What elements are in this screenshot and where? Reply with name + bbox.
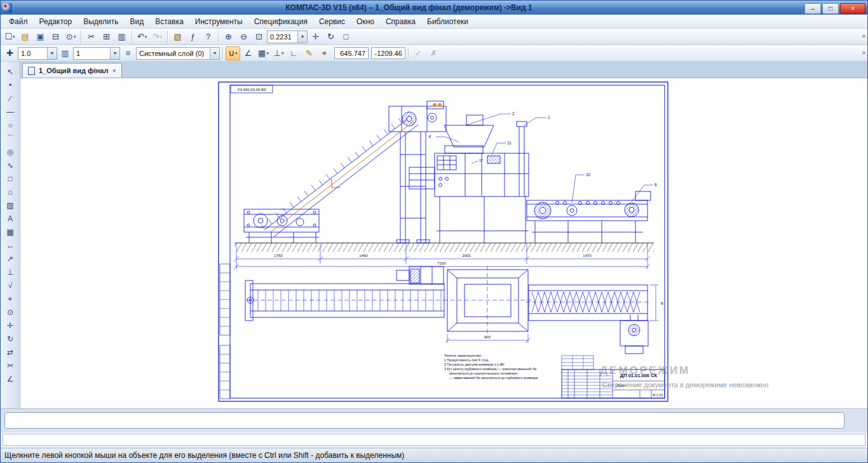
line-style-combo[interactable]: 1▾	[73, 47, 120, 60]
toolbar-separator	[132, 31, 132, 43]
dimension-tool-button[interactable]: ↔	[3, 239, 18, 252]
toolbar-overflow-button[interactable]: »	[862, 32, 865, 39]
ground-hatch	[234, 243, 654, 252]
menu-help[interactable]: Справка	[380, 16, 421, 27]
close-button[interactable]: ×	[840, 3, 865, 14]
document-tab[interactable]: 1_Общий вид фінал ×	[22, 63, 122, 78]
svg-text:4: 4	[428, 134, 431, 139]
pan-button[interactable]: ✛	[308, 30, 323, 44]
tab-close-icon[interactable]: ×	[112, 67, 116, 74]
print-button[interactable]: ⊟	[48, 30, 63, 44]
fit-all-button[interactable]: □	[339, 30, 353, 44]
abort-command-button[interactable]: ✗	[426, 46, 441, 60]
menu-insert[interactable]: Вставка	[149, 16, 189, 27]
sheet-state-button[interactable]: ▥	[58, 46, 72, 60]
coordinate-y-field[interactable]: -1209.46	[371, 47, 405, 59]
menu-view[interactable]: Вид	[125, 16, 150, 27]
menu-libraries[interactable]: Библиотеки	[421, 16, 474, 27]
arc-tool-button[interactable]: ⌒	[3, 132, 18, 145]
menu-tools[interactable]: Инструменты	[189, 16, 248, 27]
polygon-tool-button[interactable]: ⌂	[3, 186, 18, 198]
rectangle-tool-button[interactable]: □	[3, 172, 18, 185]
measure-tool-button[interactable]: ∠	[3, 373, 18, 385]
layer-combo[interactable]: Системный слой (0)▾	[136, 47, 220, 60]
app-logo-icon	[3, 3, 12, 13]
restore-button[interactable]: □	[822, 3, 839, 14]
datum-tool-button[interactable]: ⊥	[3, 266, 18, 279]
hatch-tool-button[interactable]: ▨	[3, 199, 18, 212]
snaps-button[interactable]: ∪▾	[226, 46, 240, 60]
menu-file[interactable]: Файл	[3, 16, 34, 27]
property-bar-input[interactable]	[4, 412, 844, 429]
create-object-button[interactable]: ✓	[411, 46, 426, 60]
undo-button[interactable]: ↶▾	[135, 30, 149, 44]
roughness-tool-button[interactable]: √	[3, 279, 18, 292]
local-csys-button[interactable]: ⊥▾	[271, 46, 286, 60]
titleblock-scale: М 1:10	[653, 393, 663, 397]
segment-tool-button[interactable]: —	[3, 106, 18, 118]
rotate-tool-button[interactable]: ↻	[3, 333, 18, 345]
coordinate-x-field[interactable]: 645.747	[334, 47, 369, 59]
menu-window[interactable]: Окно	[351, 16, 380, 27]
paste-button[interactable]: ▥	[114, 30, 129, 44]
toolbar-separator	[222, 47, 223, 60]
sheet-frame	[219, 82, 668, 401]
chevron-down-icon[interactable]: ▾	[47, 48, 57, 59]
svg-text:3 Кут нахилу підйомного конвеє: 3 Кут нахилу підйомного конвеєра — транс…	[444, 367, 537, 371]
circle-tool-button[interactable]: ○	[3, 119, 18, 132]
menu-bar: Файл Редактор Выделить Вид Вставка Инстр…	[1, 15, 867, 29]
redo-button[interactable]: ↷▾	[150, 30, 165, 44]
auto-create-button[interactable]: ✎	[302, 46, 316, 60]
select-tool-button[interactable]: ↖	[3, 66, 18, 78]
menu-specification[interactable]: Спецификация	[248, 16, 313, 27]
zoom-tool-button[interactable]: ⊙	[3, 306, 18, 319]
toolbar-separator	[167, 31, 168, 43]
zoom-area-button[interactable]: ⊡	[252, 30, 266, 44]
mirror-tool-button[interactable]: ⇄	[3, 346, 18, 359]
current-step-combo[interactable]: 1.0▾	[18, 47, 57, 60]
text-tool-button[interactable]: A	[3, 212, 18, 225]
zoom-in-button[interactable]: ⊕	[221, 30, 236, 44]
grid-button[interactable]: ▦▾	[256, 46, 271, 60]
zoom-out-button[interactable]: ⊖	[236, 30, 251, 44]
minimize-button[interactable]: –	[804, 3, 821, 14]
menu-select[interactable]: Выделить	[78, 16, 124, 27]
print-preview-button[interactable]: ⊙▾	[64, 30, 78, 44]
chevron-down-icon[interactable]: ▾	[210, 48, 219, 59]
copy-button[interactable]: ⊞	[99, 30, 114, 44]
toolbar-separator	[81, 31, 81, 43]
toolbar-overflow-button[interactable]: »	[862, 49, 865, 56]
angle-snap-button[interactable]: ∠	[241, 46, 255, 60]
variables-button[interactable]: ƒ	[186, 30, 200, 44]
auxiliary-line-tool-button[interactable]: ∕	[3, 92, 18, 105]
centerline-tool-button[interactable]: ⌖	[3, 293, 18, 305]
drawing-sheet[interactable]: ХЗ 000.00.00 ВЗ	[20, 78, 867, 408]
svg-text:10: 10	[586, 172, 591, 177]
table-tool-button[interactable]: ▦	[3, 226, 18, 238]
chevron-down-icon[interactable]: ▾	[297, 31, 307, 43]
spline-tool-button[interactable]: ∿	[3, 159, 18, 172]
cut-button[interactable]: ✂	[84, 30, 98, 44]
drawing-canvas[interactable]: ХЗ 000.00.00 ВЗ	[20, 78, 867, 408]
toolbar-separator	[408, 47, 409, 60]
zoom-combo[interactable]: 0.2231▾	[267, 31, 308, 43]
trim-tool-button[interactable]: ✂	[3, 359, 18, 372]
open-document-button[interactable]: ▤	[18, 30, 32, 44]
ellipse-tool-button[interactable]: ◎	[3, 146, 18, 158]
layers-button[interactable]: ≡	[121, 46, 135, 60]
context-help-button[interactable]: ?	[201, 30, 215, 44]
message-line	[3, 434, 865, 446]
ortho-button[interactable]: ∟	[287, 46, 301, 60]
menu-editor[interactable]: Редактор	[34, 16, 78, 27]
menu-service[interactable]: Сервис	[313, 16, 351, 27]
refresh-view-button[interactable]: ↻	[323, 30, 338, 44]
move-origin-button[interactable]: ✚	[3, 46, 17, 60]
point-tool-button[interactable]: •	[3, 79, 18, 92]
pan-tool-button[interactable]: ✛	[3, 319, 18, 332]
new-document-button[interactable]: ☐▾	[3, 30, 17, 44]
library-manager-button[interactable]: ▧	[170, 30, 185, 44]
leader-tool-button[interactable]: ↗	[3, 252, 18, 265]
chevron-down-icon[interactable]: ▾	[110, 48, 119, 59]
save-document-button[interactable]: ▣	[33, 30, 48, 44]
instrument-panel: ↖ • ∕ — ○ ⌒ ◎ ∿ □ ⌂ ▨ A ▦ ↔ ↗ ⊥ √ ⌖ ⊙ ✛ …	[1, 62, 20, 408]
